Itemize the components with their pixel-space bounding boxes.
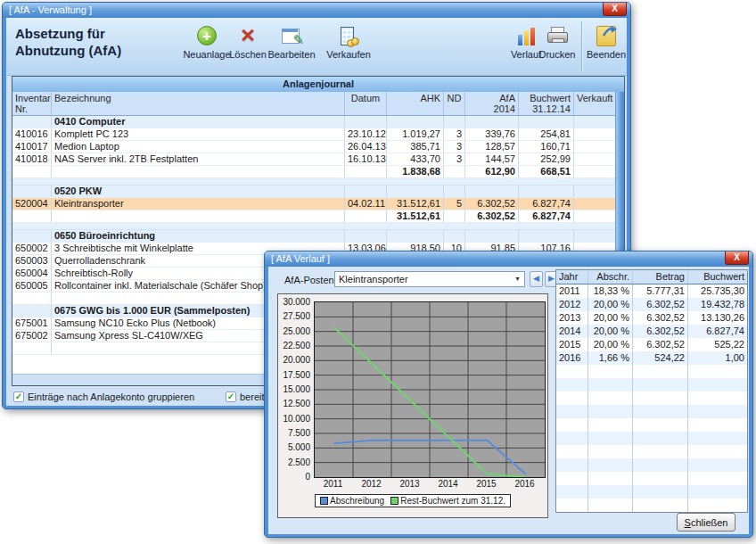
x-tick-label: 2012 [354,479,390,489]
verlauf-column-header[interactable]: Buchwert [688,270,747,284]
verlauf-cell: 25.735,30 [688,284,747,298]
afa-chart-panel: 30.00027.50025.00022.50020.00017.50015.0… [277,293,548,518]
journal-column-header[interactable]: AHK [387,92,444,115]
journal-column-header[interactable]: Datum [345,92,387,115]
afa-verlauf-dialog: [ AfA Verlauf ] X AfA-Posten: Kleintrans… [264,251,753,538]
y-tick-label: 12.500 [278,399,310,408]
legend-label: Rest-Buchwert zum 31.12. [400,496,505,506]
bearbeiten-button[interactable]: ✎ Bearbeiten [267,23,316,60]
verlauf-cell [688,432,747,445]
dialog-close-button[interactable]: X [725,251,749,265]
combobox-value: Kleintransporter [339,274,408,284]
journal-cell-datum: 16.10.13 [345,153,387,165]
journal-row-group: 0410 Computer [12,116,615,128]
x-tick-label: 2013 [392,479,428,489]
beenden-button[interactable]: Beenden [586,23,627,60]
verlauf-row[interactable]: 201220,00 %6.302,5219.432,78 [556,298,747,311]
neuanlage-button[interactable]: + Neuanlage [182,23,232,60]
journal-cell-verkauft [574,141,615,152]
afa-posten-combobox[interactable]: Kleintransporter ▼ [334,271,525,287]
y-tick-label: 30.000 [278,297,310,307]
journal-column-header[interactable]: Verkauft [574,92,615,115]
schliessen-button[interactable]: Schließen [677,513,735,532]
journal-cell-verkauft [574,166,615,177]
verlauf-row[interactable]: 201420,00 %6.302,526.827,74 [556,325,747,338]
right-arrow-icon: ▶ [548,274,555,283]
journal-cell-afa: 128,57 [465,141,519,152]
journal-cell-datum [345,116,387,128]
verkaufen-button[interactable]: Verkaufen [325,23,372,60]
app-title: Absetzung für Abnutzung (AfA) [15,26,121,60]
toolbar-separator [581,21,583,71]
verlauf-cell [556,485,588,499]
journal-cell-nd: 3 [444,153,465,165]
app-title-line1: Absetzung für [15,26,121,43]
journal-column-header[interactable]: Buchwert 31.12.14 [519,92,574,115]
verlauf-empty-row [556,365,747,378]
check-icon: ✓ [227,392,234,401]
journal-cell-buchwert: 160,71 [519,141,574,152]
main-close-button[interactable]: X [603,3,627,16]
journal-cell-nr [12,210,52,222]
journal-column-header[interactable]: Inventar Nr. [12,92,52,115]
verlauf-empty-row [556,405,747,418]
chart-legend: AbschreibungRest-Buchwert zum 31.12. [278,494,547,507]
verlauf-cell [688,405,747,418]
journal-cell-nr [12,293,52,304]
journal-column-header[interactable]: Bezeichnung [52,92,345,115]
drucken-button[interactable]: Drucken [538,23,577,60]
group-by-account-checkbox[interactable]: ✓ Einträge nach Anlagekonto gruppieren [13,392,194,402]
verlauf-empty-row [556,392,747,405]
verlauf-cell: 2012 [556,298,588,311]
journal-row-group: 0650 Büroeinrichtung [12,230,615,243]
journal-cell-verkauft [574,230,615,242]
journal-cell-nr: 650005 [12,280,52,292]
verlauf-empty-row [556,378,747,392]
verlauf-cell [556,392,588,405]
verlauf-cell [588,378,633,392]
verlauf-cell: 5.777,31 [633,284,688,298]
journal-column-header[interactable]: AfA 2014 [465,92,519,115]
journal-cell-verkauft [574,153,615,165]
journal-cell-verkauft [574,116,615,128]
verlauf-cell [688,458,747,472]
dialog-titlebar[interactable]: [ AfA Verlauf ] X [265,251,752,267]
verlauf-cell: 2011 [556,284,588,298]
verlauf-row[interactable]: 201118,33 %5.777,3125.735,30 [556,284,747,298]
verlauf-cell [588,485,633,499]
dropdown-arrow-icon[interactable]: ▼ [512,272,523,286]
journal-row-item[interactable]: 410016Komplett PC 12323.10.121.019,27333… [12,128,615,141]
legend-swatch [320,497,328,505]
journal-row-item[interactable]: 410018NAS Server inkl. 2TB Festplatten16… [12,153,615,166]
verlauf-cell [556,378,588,392]
verlauf-cell: 18,33 % [588,284,633,298]
journal-cell-nr [12,116,52,128]
verlauf-row[interactable]: 201520,00 %6.302,52525,22 [556,338,747,351]
verlauf-row[interactable]: 20161,66 %524,221,00 [556,351,747,365]
legend-label: Abschreibung [330,496,384,506]
journal-row-item[interactable]: 410017Medion Laptop26.04.13385,713128,57… [12,141,615,153]
verlauf-cell [633,445,688,458]
verlauf-row[interactable]: 201320,00 %6.302,5213.130,26 [556,311,747,325]
verlauf-cell [556,445,588,458]
journal-cell-datum [345,210,387,222]
journal-row-item[interactable]: 520004Kleintransporter04.02.1131.512,615… [12,198,615,210]
loeschen-button[interactable]: ✕ Löschen [229,23,267,60]
verlauf-column-header[interactable]: Abschr. [588,270,633,284]
verlauf-column-header[interactable]: Betrag [633,270,688,284]
verlauf-empty-row [556,418,747,432]
verlauf-cell [556,418,588,432]
check-icon: ✓ [15,392,22,401]
y-tick-label: 7.500 [278,428,310,438]
journal-cell-bezeichnung: NAS Server inkl. 2TB Festplatten [52,153,345,165]
y-tick-label: 10.000 [278,414,310,424]
verlauf-column-header[interactable]: Jahr [556,270,588,284]
main-titlebar[interactable]: [ AfA - Verwaltung ] X [3,3,630,18]
previous-posten-button[interactable]: ◀ [530,271,543,287]
y-tick-label: 0 [278,472,310,482]
journal-cell-afa: 6.302,52 [465,210,519,222]
group-by-account-label: Einträge nach Anlagekonto gruppieren [28,392,194,402]
verlauf-cell [688,472,747,485]
journal-column-header[interactable]: ND [444,92,465,115]
journal-cell-bezeichnung: Komplett PC 123 [52,128,345,140]
